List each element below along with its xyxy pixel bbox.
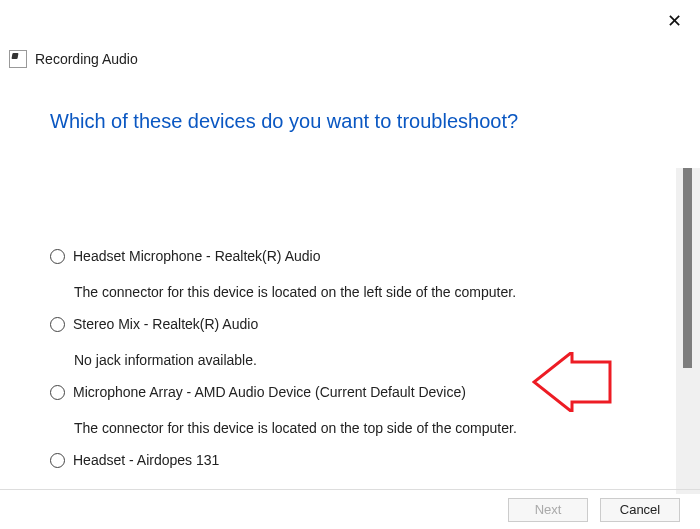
device-description: The connector for this device is located… — [74, 284, 672, 300]
radio-icon[interactable] — [50, 385, 65, 400]
button-bar: Next Cancel — [0, 489, 700, 529]
device-label: Headset - Airdopes 131 — [73, 452, 219, 468]
cancel-button[interactable]: Cancel — [600, 498, 680, 522]
window-title: Recording Audio — [35, 51, 138, 67]
device-option-microphone-array[interactable]: Microphone Array - AMD Audio Device (Cur… — [50, 384, 672, 400]
page-heading: Which of these devices do you want to tr… — [50, 110, 518, 133]
device-option-headset-microphone[interactable]: Headset Microphone - Realtek(R) Audio — [50, 248, 672, 264]
radio-icon[interactable] — [50, 317, 65, 332]
scrollbar[interactable] — [676, 168, 700, 494]
device-option-headset-airdopes[interactable]: Headset - Airdopes 131 — [50, 452, 672, 468]
device-label: Microphone Array - AMD Audio Device (Cur… — [73, 384, 466, 400]
close-button[interactable]: ✕ — [667, 10, 682, 32]
device-description: No jack information available. — [74, 352, 672, 368]
recording-audio-icon — [9, 50, 27, 68]
device-description: The connector for this device is located… — [74, 420, 672, 436]
device-option-stereo-mix[interactable]: Stereo Mix - Realtek(R) Audio — [50, 316, 672, 332]
radio-icon[interactable] — [50, 249, 65, 264]
next-button: Next — [508, 498, 588, 522]
device-list: Headset Microphone - Realtek(R) Audio Th… — [50, 248, 672, 483]
radio-icon[interactable] — [50, 453, 65, 468]
window-titlebar: Recording Audio — [9, 50, 138, 68]
scrollbar-thumb[interactable] — [683, 168, 692, 368]
device-label: Headset Microphone - Realtek(R) Audio — [73, 248, 320, 264]
device-label: Stereo Mix - Realtek(R) Audio — [73, 316, 258, 332]
